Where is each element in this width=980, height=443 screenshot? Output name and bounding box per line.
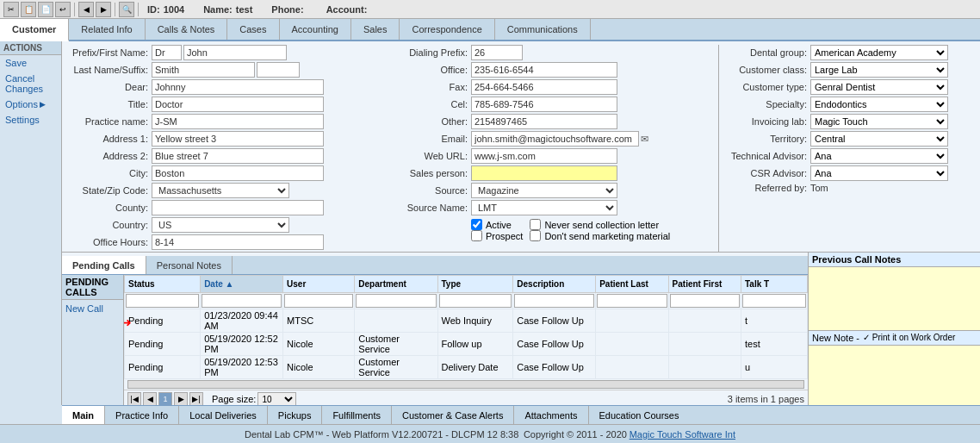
bottom-tab-practice-info[interactable]: Practice Info	[105, 406, 179, 424]
filter-user[interactable]	[284, 294, 353, 308]
next-page-button[interactable]: ▶	[174, 392, 188, 405]
tab-accounting[interactable]: Accounting	[280, 19, 351, 40]
office-input[interactable]	[471, 62, 617, 78]
page-size-select[interactable]: 10 25 50	[257, 392, 296, 405]
sidebar-item-cancel[interactable]: Cancel Changes	[0, 71, 61, 97]
dont-send-checkbox[interactable]	[530, 230, 541, 241]
col-department[interactable]: Department	[355, 276, 437, 293]
col-description[interactable]: Description	[513, 276, 596, 293]
bottom-tab-pickups[interactable]: Pickups	[268, 406, 323, 424]
invoicing-lab-select[interactable]: Magic Touch	[810, 114, 948, 129]
office-label: Office:	[394, 65, 471, 75]
filter-date[interactable]	[202, 294, 282, 308]
footer-company-link[interactable]: Magic Touch Software Int	[630, 429, 735, 440]
other-input[interactable]	[471, 114, 617, 129]
filter-status[interactable]	[126, 294, 199, 308]
dialing-prefix-input[interactable]	[471, 45, 523, 60]
email-input[interactable]	[471, 131, 639, 147]
sales-person-input[interactable]	[471, 165, 617, 181]
practice-input[interactable]	[152, 114, 324, 129]
title-input[interactable]	[152, 97, 324, 112]
sidebar-item-save[interactable]: Save	[0, 55, 61, 71]
office-hours-input[interactable]	[152, 234, 324, 250]
referred-by-label: Referred by:	[724, 183, 810, 193]
csr-advisor-select[interactable]: Ana	[810, 165, 948, 181]
county-input[interactable]	[152, 200, 324, 215]
customer-type-select[interactable]: Genral Dentist	[810, 79, 948, 95]
toolbar-icon-6[interactable]: ▶	[96, 2, 111, 17]
last-name-input[interactable]	[152, 62, 255, 78]
bottom-tab-attachments[interactable]: Attachments	[514, 406, 588, 424]
source-select[interactable]: Magazine	[471, 183, 617, 198]
filter-department[interactable]	[356, 294, 436, 308]
customer-class-select[interactable]: Large Lab	[810, 62, 948, 78]
first-name-input[interactable]	[183, 45, 287, 60]
country-select[interactable]: US	[152, 217, 289, 233]
col-type[interactable]: Type	[437, 276, 513, 293]
web-url-input[interactable]	[471, 148, 617, 164]
last-page-button[interactable]: ▶|	[189, 392, 203, 405]
city-input[interactable]	[152, 165, 324, 181]
page-1-button[interactable]: 1	[158, 392, 172, 405]
sub-tab-personal-notes[interactable]: Personal Notes	[146, 256, 233, 274]
first-page-button[interactable]: |◀	[127, 392, 141, 405]
col-patient-first[interactable]: Patient First	[668, 276, 741, 293]
tab-communications[interactable]: Communications	[495, 19, 591, 40]
fax-input[interactable]	[471, 79, 617, 95]
toolbar-icon-7[interactable]: 🔍	[119, 2, 134, 17]
sidebar-item-settings[interactable]: Settings	[0, 112, 61, 128]
toolbar-icon-1[interactable]: ✂	[3, 2, 19, 17]
new-call-button[interactable]: New Call	[62, 300, 123, 317]
prev-page-button[interactable]: ◀	[143, 392, 157, 405]
prospect-checkbox[interactable]	[471, 230, 482, 241]
address1-input[interactable]	[152, 131, 324, 147]
toolbar-icon-5[interactable]: ◀	[78, 2, 94, 17]
bottom-tab-customer-case-alerts[interactable]: Customer & Case Alerts	[392, 406, 514, 424]
new-note-content[interactable]	[809, 346, 980, 406]
col-date[interactable]: Date ▲	[201, 276, 283, 293]
col-patient-last[interactable]: Patient Last	[596, 276, 668, 293]
bottom-tab-local-deliveries[interactable]: Local Deliveries	[179, 406, 268, 424]
tab-sales[interactable]: Sales	[351, 19, 400, 40]
bottom-tabs: Main Practice Info Local Deliveries Pick…	[62, 405, 980, 424]
filter-patient-last[interactable]	[597, 294, 667, 308]
filter-description[interactable]	[514, 294, 594, 308]
tab-calls-notes[interactable]: Calls & Notes	[146, 19, 228, 40]
specialty-select[interactable]: Endodontics	[810, 97, 948, 112]
never-send-checkbox[interactable]	[530, 219, 541, 230]
col-user[interactable]: User	[283, 276, 355, 293]
email-icon[interactable]: ✉	[641, 134, 648, 145]
dear-input[interactable]	[152, 79, 324, 95]
dental-group-select[interactable]: American Academy	[810, 45, 948, 60]
tab-cases[interactable]: Cases	[227, 19, 279, 40]
bottom-tab-main[interactable]: Main	[62, 406, 105, 424]
sidebar-item-options[interactable]: Options ▶	[0, 97, 61, 112]
state-select[interactable]: Massachusetts	[152, 183, 289, 198]
table-row[interactable]: ➜ Pending 01/23/2020 09:44 AM MTSC Web I…	[125, 309, 808, 333]
col-talk-time[interactable]: Talk T	[741, 276, 807, 293]
filter-talk-time[interactable]	[742, 294, 806, 308]
territory-select[interactable]: Central	[810, 131, 948, 147]
tab-related-info[interactable]: Related Info	[69, 19, 145, 40]
tab-correspondence[interactable]: Correspondence	[400, 19, 494, 40]
toolbar-icon-2[interactable]: 📋	[21, 2, 36, 17]
bottom-tab-education-courses[interactable]: Education Courses	[589, 406, 690, 424]
source-name-select[interactable]: LMT	[471, 200, 617, 215]
address2-input[interactable]	[152, 148, 324, 164]
tab-customer[interactable]: Customer	[0, 19, 69, 41]
cel-input[interactable]	[471, 97, 617, 112]
bottom-tab-fulfillments[interactable]: Fulfillments	[322, 406, 392, 424]
col-status[interactable]: Status	[125, 276, 201, 293]
technical-advisor-select[interactable]: Ana	[810, 148, 948, 164]
toolbar-icon-3[interactable]: 📄	[38, 2, 53, 17]
table-row[interactable]: Pending 05/19/2020 12:52 PM Nicole Custo…	[125, 333, 808, 356]
toolbar-icon-4[interactable]: ↩	[55, 2, 71, 17]
prefix-input[interactable]	[152, 45, 182, 60]
sub-tab-pending-calls[interactable]: Pending Calls	[62, 256, 146, 274]
filter-type[interactable]	[439, 294, 512, 308]
horizontal-scrollbar[interactable]	[127, 380, 804, 389]
active-checkbox[interactable]	[471, 219, 482, 230]
table-row[interactable]: Pending 05/19/2020 12:53 PM Nicole Custo…	[125, 356, 808, 379]
suffix-input[interactable]	[257, 62, 300, 78]
filter-patient-first[interactable]	[670, 294, 740, 308]
